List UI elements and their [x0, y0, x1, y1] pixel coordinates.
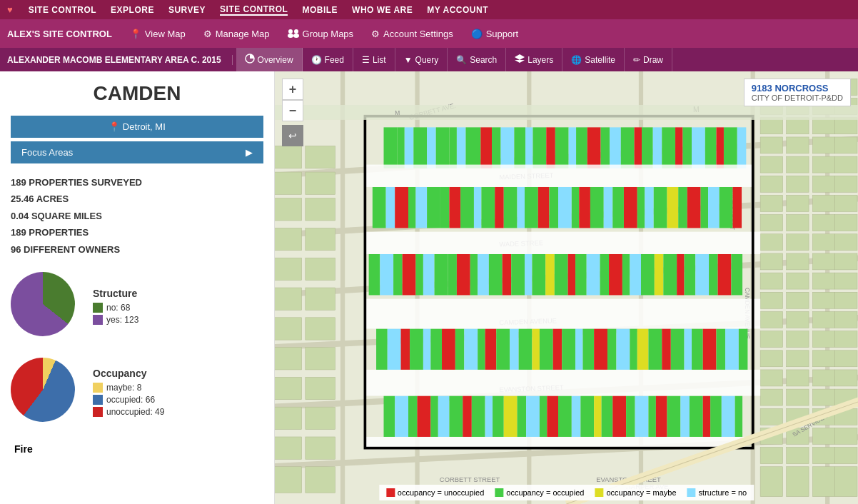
nav-my-account[interactable]: MY ACCOUNT [427, 5, 488, 15]
svg-rect-289 [667, 396, 681, 437]
map-area[interactable]: + − ↩ 9183 NORCROSS CITY OF DETROIT-P&DD [275, 71, 858, 504]
nav-site-control-1[interactable]: SITE CONTROL [29, 5, 96, 15]
svg-rect-293 [710, 396, 722, 437]
svg-rect-270 [463, 396, 472, 437]
focus-areas-button[interactable]: Focus Areas ▶ [11, 141, 263, 163]
survey-block-5 [384, 396, 743, 437]
tab-draw-label: Draw [643, 55, 663, 65]
account-settings-link[interactable]: ⚙ Account Settings [364, 29, 460, 39]
zoom-in-button[interactable]: + [282, 79, 303, 100]
svg-rect-246 [562, 328, 575, 369]
svg-rect-97 [812, 331, 834, 348]
back-button[interactable]: ↩ [282, 125, 303, 146]
tab-feed[interactable]: 🕐 Feed [303, 48, 353, 71]
nav-mobile[interactable]: MOBILE [302, 5, 338, 15]
svg-rect-256 [671, 328, 685, 369]
nav-who-we-are[interactable]: WHO WE ARE [352, 5, 413, 15]
svg-rect-222 [663, 254, 677, 295]
property-address: 9183 NORCROSS [752, 83, 843, 94]
svg-rect-129 [405, 127, 414, 168]
svg-rect-37 [275, 407, 302, 429]
svg-rect-42 [306, 467, 335, 493]
svg-rect-101 [812, 351, 834, 367]
tab-query[interactable]: ▼ Query [395, 48, 448, 71]
view-map-link[interactable]: 📍 View Map [123, 29, 193, 39]
svg-rect-195 [369, 254, 380, 295]
svg-rect-86 [835, 273, 857, 289]
svg-rect-102 [835, 351, 857, 367]
support-link[interactable]: 🔵 Support [464, 29, 526, 39]
overview-icon [245, 54, 255, 66]
svg-rect-197 [393, 254, 403, 295]
nav-explore[interactable]: EXPLORE [111, 5, 154, 15]
svg-rect-254 [648, 328, 662, 369]
tab-search-label: Search [470, 55, 497, 65]
feed-icon: 🕐 [311, 55, 322, 65]
manage-map-link[interactable]: ⚙ Manage Map [196, 29, 277, 39]
nav-survey[interactable]: SURVEY [168, 5, 206, 15]
svg-rect-303 [275, 105, 858, 120]
legend-occupied: occupancy = occupied [495, 488, 584, 497]
location-button[interactable]: 📍 Detroit, MI [11, 116, 263, 138]
svg-rect-171 [481, 187, 495, 228]
svg-rect-218 [622, 254, 630, 295]
svg-rect-76 [787, 234, 809, 251]
svg-rect-31 [275, 318, 302, 340]
svg-rect-89 [812, 292, 834, 308]
svg-rect-286 [635, 396, 649, 437]
svg-rect-226 [709, 254, 718, 295]
svg-rect-83 [760, 273, 782, 289]
tab-list[interactable]: ☰ List [353, 48, 395, 71]
occupancy-chart-item: Occupancy maybe: 8 occupied: 66 unoccupi… [11, 358, 263, 429]
tab-satellite-label: Satellite [585, 55, 615, 65]
svg-rect-189 [678, 187, 687, 228]
svg-rect-297 [365, 232, 760, 254]
svg-rect-281 [580, 396, 594, 437]
list-icon: ☰ [362, 55, 370, 65]
svg-rect-98 [835, 331, 857, 348]
occupancy-unoccupied-color [93, 407, 103, 417]
svg-rect-94 [835, 311, 857, 328]
nav-site-control-active[interactable]: SITE CONTROL [220, 4, 288, 16]
support-label: Support [486, 29, 519, 39]
svg-rect-247 [575, 328, 582, 369]
tab-layers[interactable]: Layers [506, 48, 562, 71]
map-controls: + − ↩ [282, 79, 303, 146]
svg-rect-159 [724, 127, 737, 168]
svg-rect-136 [480, 127, 492, 168]
svg-rect-230 [388, 328, 401, 369]
svg-rect-285 [626, 396, 635, 437]
svg-rect-267 [430, 396, 438, 437]
tab-satellite[interactable]: 🌐 Satellite [562, 48, 625, 71]
svg-rect-269 [449, 396, 463, 437]
tab-search[interactable]: 🔍 Search [448, 48, 506, 71]
tab-draw[interactable]: ✏ Draw [625, 48, 672, 71]
svg-rect-265 [408, 396, 418, 437]
svg-rect-100 [787, 351, 809, 367]
group-maps-link[interactable]: Group Maps [281, 28, 361, 40]
stat-properties-surveyed: 189 PROPERTIES SURVEYED [11, 174, 263, 191]
occupancy-legend-occupied: occupied: 66 [93, 395, 164, 405]
svg-rect-162 [386, 187, 395, 228]
survey-block-1 [384, 127, 747, 168]
svg-rect-264 [395, 396, 408, 437]
svg-rect-150 [635, 127, 642, 168]
svg-rect-258 [692, 328, 703, 369]
tab-query-label: Query [415, 55, 439, 65]
svg-rect-261 [725, 328, 739, 369]
svg-rect-177 [549, 187, 558, 228]
svg-rect-62 [835, 156, 857, 173]
svg-rect-279 [558, 396, 572, 437]
legend-structure-no-color [687, 488, 696, 497]
svg-rect-193 [720, 187, 733, 228]
zoom-out-button[interactable]: − [282, 100, 303, 121]
svg-rect-64 [787, 176, 809, 192]
legend-maybe-color [595, 488, 603, 497]
svg-rect-121 [812, 448, 834, 464]
svg-rect-127 [384, 127, 398, 168]
svg-rect-140 [525, 127, 533, 168]
svg-rect-30 [306, 288, 335, 310]
svg-rect-169 [460, 187, 474, 228]
tab-overview[interactable]: Overview [236, 48, 303, 71]
svg-rect-238 [478, 328, 485, 369]
